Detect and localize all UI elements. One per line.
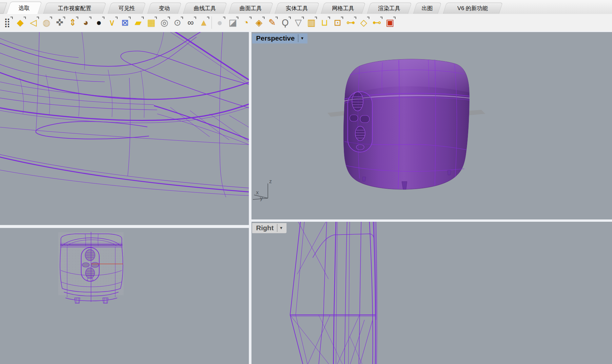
- extract-subobject-glyph: ⊠: [121, 18, 129, 27]
- viewport-divider-horizontal-left[interactable]: [0, 225, 249, 228]
- viewport-right[interactable]: Right ▼: [251, 222, 612, 364]
- chain-edges-icon[interactable]: ∞: [184, 15, 197, 30]
- viewport-divider-horizontal-right[interactable]: [251, 219, 612, 222]
- pyramid-solid-icon[interactable]: ▲: [197, 15, 210, 30]
- axis-labels: z x y: [256, 179, 272, 201]
- flyout-corner: [128, 17, 131, 19]
- plane-tool-icon[interactable]: ▰: [132, 15, 145, 30]
- lasso-select-icon[interactable]: ◁: [27, 15, 40, 30]
- spiral-curve-glyph: ◎: [160, 18, 168, 27]
- hatch-pattern-glyph: ◍: [43, 18, 50, 27]
- u-box-icon[interactable]: ⊔: [318, 15, 331, 30]
- cube-droplet-icon[interactable]: ◈: [252, 15, 266, 30]
- viewport-label-perspective[interactable]: Perspective ▼: [252, 33, 307, 43]
- paintbrush-icon[interactable]: ✎: [266, 15, 279, 30]
- viewport-grid: z x y Perspective ▼: [0, 31, 612, 364]
- tab-bar: 选取工作视窗配置可见性变动曲线工具曲面工具实体工具网格工具渲染工具出图V6 的新…: [0, 0, 612, 14]
- chevron-down-icon[interactable]: ▼: [279, 226, 285, 230]
- viewport-top-left[interactable]: [0, 32, 249, 225]
- grid-plane-glyph: ▦: [147, 18, 156, 27]
- viewport-divider-vertical[interactable]: [249, 31, 251, 364]
- flyout-corner: [302, 17, 304, 19]
- shaded-model-perspective: z x y: [251, 32, 612, 219]
- key-tag-glyph: ⊷: [373, 18, 381, 27]
- cube-wireframe-icon[interactable]: ◪: [226, 15, 239, 30]
- flyout-corner: [141, 17, 144, 19]
- plane-tool-glyph: ▰: [135, 18, 142, 27]
- tag-label-glyph: ◇: [361, 18, 367, 27]
- flyout-corner: [194, 17, 196, 19]
- point-sphere-icon[interactable]: ⊙: [171, 15, 184, 30]
- corner-surface-icon[interactable]: ∨: [105, 15, 119, 30]
- sphere-solid-icon[interactable]: ●: [213, 15, 226, 30]
- red-block-glyph: ▣: [386, 18, 394, 27]
- tab-viewport-config[interactable]: 工作视窗配置: [43, 3, 106, 14]
- hatch-pattern-icon[interactable]: ◍: [40, 15, 53, 30]
- drop-colors-icon[interactable]: ◕: [79, 15, 92, 30]
- key-icon[interactable]: ⊶: [344, 15, 357, 30]
- tab-label: 工作视窗配置: [58, 5, 91, 12]
- flyout-corner: [223, 17, 225, 19]
- pyramid-solid-glyph: ▲: [199, 18, 208, 27]
- tab-label: 渲染工具: [378, 5, 400, 12]
- tab-label: 可见性: [118, 5, 135, 12]
- tab-render-tools[interactable]: 渲染工具: [367, 3, 412, 14]
- cylinder-frame-icon[interactable]: ⊡: [331, 15, 344, 30]
- point-sphere-glyph: ⊙: [174, 18, 181, 27]
- flyout-corner: [181, 17, 183, 19]
- tab-label: 选取: [19, 4, 30, 12]
- tab-transform[interactable]: 变动: [147, 3, 181, 14]
- tab-label: 变动: [159, 5, 170, 12]
- viewport-perspective[interactable]: z x y Perspective ▼: [251, 32, 612, 219]
- flyout-corner: [380, 17, 382, 19]
- cube-droplet-glyph: ◈: [256, 18, 263, 27]
- label-separator: [298, 34, 298, 42]
- magnifier-icon[interactable]: Ϙ: [279, 15, 292, 30]
- move-arrows-glyph: ✜: [56, 18, 64, 27]
- move-arrows-icon[interactable]: ✜: [53, 15, 66, 30]
- flyout-corner: [354, 17, 356, 19]
- label-separator: [277, 224, 277, 232]
- viewport-label-right[interactable]: Right ▼: [252, 223, 287, 233]
- fence-bars-icon[interactable]: ▥: [305, 15, 318, 30]
- funnel-filter-icon[interactable]: ▽: [292, 15, 305, 30]
- scale-handle-glyph: ⇕: [69, 18, 77, 27]
- tab-surface-tools[interactable]: 曲面工具: [228, 3, 273, 14]
- red-block-icon[interactable]: ▣: [383, 15, 397, 30]
- key-tag-icon[interactable]: ⊷: [370, 15, 383, 30]
- viewport-front[interactable]: [0, 228, 249, 364]
- flyout-corner: [367, 17, 369, 19]
- scale-handle-icon[interactable]: ⇕: [66, 15, 79, 30]
- tab-curve-tools[interactable]: 曲线工具: [183, 3, 227, 14]
- tab-mesh-tools[interactable]: 网格工具: [321, 3, 365, 14]
- spiral-curve-icon[interactable]: ◎: [158, 15, 171, 30]
- select-volume-icon[interactable]: ◆: [14, 15, 27, 30]
- wireframe-front-view: [0, 228, 249, 364]
- flyout-corner: [288, 17, 291, 19]
- rhino-window: 选取工作视窗配置可见性变动曲线工具曲面工具实体工具网格工具渲染工具出图V6 的新…: [0, 0, 612, 364]
- tab-solid-tools[interactable]: 实体工具: [274, 3, 319, 14]
- flyout-corner: [262, 17, 265, 19]
- grid-plane-icon[interactable]: ▦: [145, 15, 158, 30]
- toolbar-separator: [212, 16, 212, 29]
- flyout-corner: [249, 17, 251, 19]
- black-sphere-glyph: ●: [96, 18, 102, 27]
- tag-label-icon[interactable]: ◇: [357, 15, 370, 30]
- corner-surface-glyph: ∨: [109, 18, 115, 27]
- key-glyph: ⊶: [346, 18, 355, 27]
- viewport-title: Perspective: [256, 34, 295, 42]
- tab-visibility[interactable]: 可见性: [107, 3, 146, 14]
- extract-subobject-icon[interactable]: ⊠: [119, 15, 132, 30]
- point-cloud-icon[interactable]: ⣿: [1, 15, 14, 30]
- black-sphere-icon[interactable]: ●: [92, 15, 105, 30]
- main-toolbar: ⣿◆◁◍✜⇕◕●∨⊠▰▦◎⊙∞▲●◪◔◈✎Ϙ▽▥⊔⊡⊶◇⊷▣: [0, 14, 612, 31]
- flyout-corner: [76, 17, 78, 19]
- tab-layout[interactable]: 出图: [413, 3, 441, 14]
- axis-label-z: z: [269, 179, 272, 184]
- tab-label: V6 的新功能: [457, 5, 488, 12]
- shape-set-icon[interactable]: ◔: [239, 15, 252, 30]
- tab-select[interactable]: 选取: [7, 2, 42, 14]
- tab-v6-new-features[interactable]: V6 的新功能: [443, 3, 503, 14]
- chevron-down-icon[interactable]: ▼: [300, 36, 306, 40]
- flyout-corner: [155, 17, 157, 19]
